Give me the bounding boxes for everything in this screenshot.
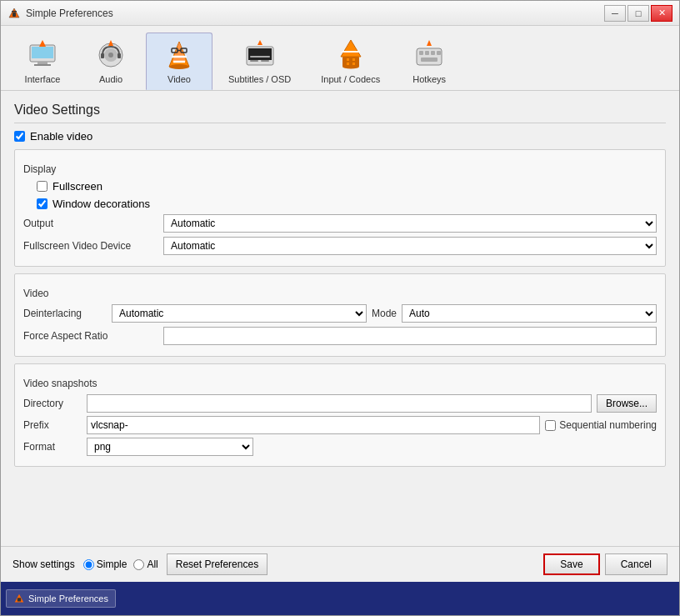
input-icon — [334, 38, 368, 72]
taskbar: Simple Preferences — [1, 582, 679, 615]
bottom-buttons: Save Cancel — [543, 553, 668, 575]
force-aspect-label: Force Aspect Ratio — [23, 330, 157, 342]
svg-rect-31 — [342, 57, 359, 67]
output-label: Output — [23, 218, 157, 229]
close-button[interactable]: ✕ — [651, 5, 672, 22]
svg-marker-13 — [108, 40, 113, 46]
svg-rect-12 — [118, 53, 121, 58]
svg-marker-27 — [258, 40, 262, 45]
svg-point-21 — [169, 64, 189, 69]
directory-input[interactable] — [87, 394, 592, 413]
output-row: Output Automatic DirectX (DirectDraw) Di… — [23, 214, 657, 233]
show-settings-label: Show settings — [12, 558, 75, 570]
format-row: Format png jpg tiff — [23, 438, 657, 456]
svg-rect-40 — [437, 51, 441, 55]
window-decorations-checkbox[interactable] — [37, 198, 48, 209]
minimize-button[interactable]: ─ — [604, 5, 626, 22]
window-decorations-label: Window decorations — [52, 198, 150, 210]
restore-button[interactable]: □ — [628, 5, 649, 22]
tab-interface[interactable]: Interface — [9, 33, 76, 90]
svg-rect-25 — [261, 60, 269, 62]
radio-group: Simple All — [83, 558, 158, 570]
enable-video-checkbox[interactable] — [14, 131, 25, 142]
content-area: Video Settings Enable video Display Full… — [1, 91, 679, 546]
save-button[interactable]: Save — [543, 553, 599, 575]
sequential-text: Sequential numbering — [559, 419, 657, 431]
fullscreen-checkbox[interactable] — [37, 181, 48, 192]
audio-icon — [94, 38, 128, 72]
reset-preferences-button[interactable]: Reset Preferences — [167, 553, 268, 575]
tab-video-label: Video — [168, 74, 191, 84]
main-window: Simple Preferences ─ □ ✕ Interface — [0, 0, 680, 616]
tab-video[interactable]: Video — [146, 33, 212, 90]
force-aspect-row: Force Aspect Ratio — [23, 327, 657, 345]
fullscreen-label: Fullscreen — [52, 180, 102, 193]
fullscreen-device-label: Fullscreen Video Device — [23, 240, 157, 252]
window-title: Simple Preferences — [26, 8, 113, 19]
svg-rect-41 — [421, 58, 438, 62]
tab-hotkeys-label: Hotkeys — [412, 74, 446, 84]
display-section: Display Fullscreen Window decorations Ou… — [14, 149, 666, 267]
svg-rect-24 — [250, 60, 258, 62]
svg-rect-35 — [352, 63, 355, 65]
window-decorations-row: Window decorations — [37, 198, 657, 210]
title-bar: Simple Preferences ─ □ ✕ — [1, 1, 679, 26]
svg-rect-6 — [34, 64, 51, 66]
prefix-label: Prefix — [23, 419, 82, 431]
svg-point-10 — [108, 53, 113, 58]
svg-marker-42 — [427, 40, 432, 46]
video-group-label: Video — [23, 288, 657, 299]
snapshots-section: Video snapshots Directory Browse... Pref… — [14, 363, 666, 467]
tab-audio[interactable]: Audio — [78, 33, 144, 90]
svg-rect-2 — [12, 11, 17, 13]
svg-rect-44 — [18, 598, 21, 601]
tab-subtitles[interactable]: Subtitles / OSD — [214, 33, 305, 90]
force-aspect-input[interactable] — [163, 327, 657, 345]
prefix-row: Prefix Sequential numbering — [23, 416, 657, 434]
format-label: Format — [23, 441, 82, 453]
radio-simple-label[interactable]: Simple — [83, 558, 128, 570]
directory-label: Directory — [23, 398, 82, 409]
tab-input[interactable]: Input / Codecs — [307, 33, 394, 90]
radio-all-label[interactable]: All — [133, 558, 158, 570]
svg-rect-32 — [347, 58, 349, 61]
title-bar-left: Simple Preferences — [8, 7, 113, 20]
browse-button[interactable]: Browse... — [597, 394, 657, 413]
snapshots-group-label: Video snapshots — [23, 378, 657, 389]
page-title: Video Settings — [14, 103, 666, 123]
svg-rect-33 — [352, 58, 355, 61]
fullscreen-device-row: Fullscreen Video Device Automatic — [23, 237, 657, 255]
hotkeys-icon — [412, 38, 446, 72]
taskbar-vlc-icon — [13, 593, 25, 604]
taskbar-app-label: Simple Preferences — [28, 593, 108, 603]
enable-video-row: Enable video — [14, 130, 666, 143]
fullscreen-device-select[interactable]: Automatic — [163, 237, 657, 255]
sequential-label: Sequential numbering — [545, 419, 657, 431]
svg-rect-4 — [32, 47, 53, 58]
svg-rect-23 — [248, 48, 272, 60]
svg-marker-28 — [341, 40, 361, 57]
directory-row: Directory Browse... — [23, 394, 657, 413]
deinterlacing-select[interactable]: Automatic Off On — [112, 304, 367, 323]
fullscreen-row: Fullscreen — [37, 180, 657, 193]
title-bar-controls: ─ □ ✕ — [604, 5, 672, 22]
svg-marker-7 — [39, 40, 46, 47]
radio-simple[interactable] — [83, 559, 94, 570]
radio-simple-text: Simple — [97, 558, 128, 570]
svg-rect-34 — [347, 63, 349, 65]
video-section: Video Deinterlacing Automatic Off On Mod… — [14, 273, 666, 357]
taskbar-app[interactable]: Simple Preferences — [6, 589, 116, 608]
enable-video-label: Enable video — [30, 130, 92, 143]
svg-rect-1 — [12, 13, 16, 17]
interface-icon — [26, 38, 59, 72]
tab-hotkeys[interactable]: Hotkeys — [396, 33, 462, 90]
output-select[interactable]: Automatic DirectX (DirectDraw) Direct3D9… — [163, 214, 657, 233]
mode-select[interactable]: Auto Blend Bob Discard — [402, 304, 657, 323]
svg-marker-15 — [172, 42, 186, 62]
radio-all[interactable] — [133, 559, 144, 570]
sequential-checkbox[interactable] — [545, 420, 556, 431]
format-select[interactable]: png jpg tiff — [87, 438, 253, 456]
deinterlacing-row: Deinterlacing Automatic Off On Mode Auto… — [23, 304, 657, 323]
cancel-button[interactable]: Cancel — [605, 553, 668, 575]
prefix-input[interactable] — [87, 416, 540, 434]
